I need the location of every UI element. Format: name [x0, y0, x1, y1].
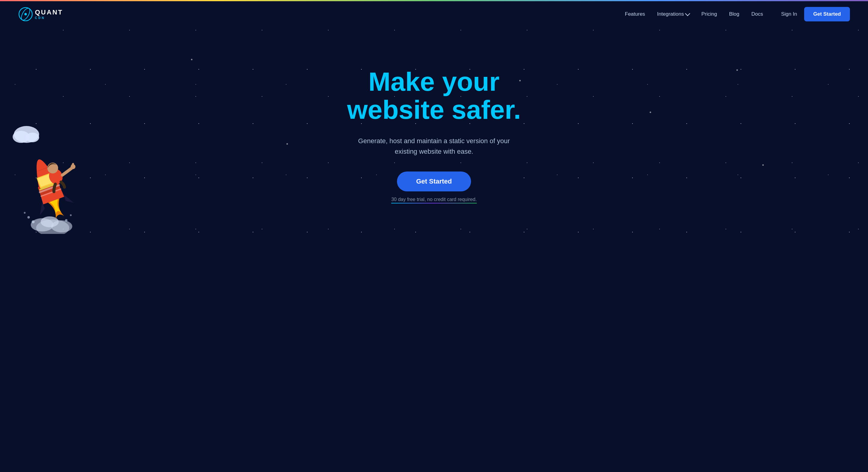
svg-point-2 [24, 13, 27, 16]
svg-point-14 [70, 214, 72, 216]
nav-item-docs[interactable]: Docs [751, 11, 763, 17]
dot-3 [762, 164, 764, 166]
logo-quant: QUANT [35, 8, 63, 16]
nav-link-pricing[interactable]: Pricing [702, 11, 717, 17]
chevron-down-icon [685, 11, 690, 16]
logo-icon [18, 7, 33, 22]
nav-auth: Sign In Get Started [781, 7, 850, 21]
logo-container[interactable]: QUANT CDN [18, 7, 63, 22]
logo-text-block: QUANT CDN [35, 9, 63, 19]
nav-item-features[interactable]: Features [625, 11, 645, 17]
nav-links: Features Integrations Pricing Blog Docs [625, 11, 763, 17]
svg-point-10 [32, 220, 35, 223]
trial-text: 30 day free trial, no credit card requir… [391, 197, 477, 203]
svg-point-5 [26, 132, 39, 142]
nav-item-blog[interactable]: Blog [729, 11, 739, 17]
navbar: QUANT CDN Features Integrations Pricing … [0, 1, 868, 27]
nav-item-integrations[interactable]: Integrations [657, 11, 689, 17]
get-started-hero-button[interactable]: Get Started [397, 172, 471, 191]
svg-point-11 [27, 216, 30, 218]
nav-link-integrations[interactable]: Integrations [657, 11, 689, 17]
dot-7 [736, 69, 738, 71]
dot-6 [286, 143, 288, 145]
svg-point-13 [65, 219, 67, 222]
dot-2 [650, 112, 651, 113]
nav-link-docs[interactable]: Docs [751, 11, 763, 17]
trial-text-content: 30 day free trial, no credit card requir… [391, 197, 477, 203]
svg-point-12 [24, 212, 26, 214]
nav-link-blog[interactable]: Blog [729, 11, 739, 17]
nav-item-pricing[interactable]: Pricing [702, 11, 717, 17]
sign-in-link[interactable]: Sign In [781, 11, 797, 17]
dot-1 [191, 59, 192, 60]
hero-section: Make your website safer. Generate, host … [0, 27, 868, 238]
hero-title: Make your website safer. [347, 68, 521, 124]
hero-subtitle: Generate, host and maintain a static ver… [347, 136, 521, 157]
logo-cdn: CDN [35, 16, 45, 20]
nav-link-features[interactable]: Features [625, 11, 645, 17]
get-started-nav-button[interactable]: Get Started [804, 7, 850, 21]
rocket-illustration [6, 107, 99, 235]
